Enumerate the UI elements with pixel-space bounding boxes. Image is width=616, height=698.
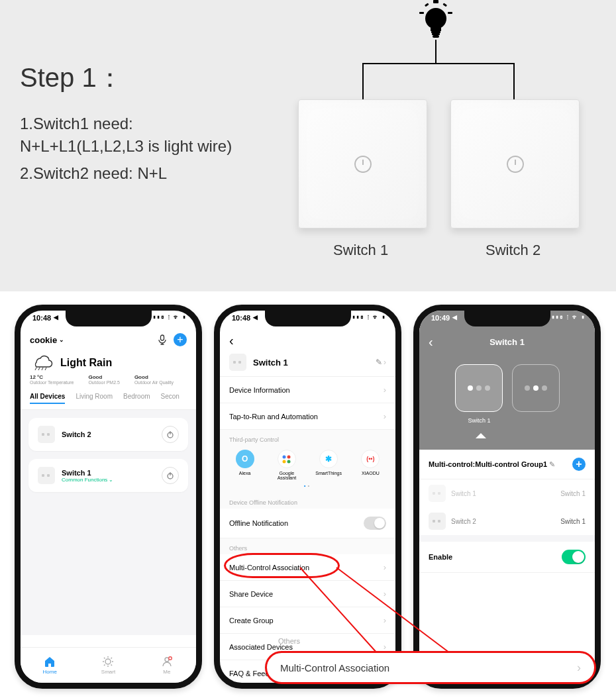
switch-icon bbox=[38, 426, 55, 443]
svg-line-25 bbox=[111, 665, 113, 666]
tpc-smartthings[interactable]: ✱SmartThings bbox=[312, 450, 345, 480]
nav-me[interactable]: Me bbox=[138, 648, 196, 683]
device-card-switch2[interactable]: Switch 2 bbox=[28, 418, 188, 451]
status-icons: ▮▮▯ ⁞ ᯤ ▮ bbox=[153, 314, 187, 321]
svg-point-33 bbox=[287, 460, 290, 464]
phone-multi-control: 10:49 ◀ ▮▮▯ ⁞ ᯤ ▮ ‹ Switch 1 Switch 1 Mu… bbox=[413, 305, 601, 689]
row-tap-to-run[interactable]: Tap-to-Run and Automation› bbox=[220, 403, 395, 430]
nav-smart[interactable]: Smart bbox=[79, 648, 137, 683]
power-icon bbox=[507, 156, 524, 173]
step-title: Step 1： bbox=[20, 60, 123, 96]
power-icon bbox=[354, 156, 372, 173]
svg-line-11 bbox=[35, 368, 36, 370]
svg-rect-2 bbox=[442, 3, 447, 7]
power-button[interactable] bbox=[162, 467, 179, 484]
svg-point-32 bbox=[282, 460, 285, 464]
tab-bedroom[interactable]: Bedroom bbox=[123, 393, 150, 404]
location-icon: ◀ bbox=[452, 314, 457, 321]
page-title: Switch 1 bbox=[489, 337, 525, 347]
chevron-right-icon: › bbox=[384, 615, 386, 625]
edit-button[interactable]: ✎› bbox=[376, 358, 386, 367]
svg-line-13 bbox=[42, 368, 43, 370]
svg-point-5 bbox=[425, 8, 446, 29]
tpc-alexa[interactable]: OAlexa bbox=[229, 450, 262, 480]
chevron-right-icon: › bbox=[384, 411, 386, 421]
callout-multi-control: Multi-Control Association › bbox=[265, 651, 596, 684]
tab-all-devices[interactable]: All Devices bbox=[30, 393, 65, 404]
third-party-header: Third-party Control bbox=[220, 430, 395, 446]
lightbulb-icon bbox=[419, 0, 452, 40]
switch-icon bbox=[429, 485, 446, 502]
tpc-google[interactable]: Google Assistant bbox=[270, 450, 303, 480]
gang-tile-2[interactable] bbox=[512, 364, 560, 412]
toggle-offline[interactable] bbox=[364, 517, 386, 530]
gang-tile-1[interactable] bbox=[455, 364, 503, 412]
instruction-line-2: N+L+L1(L1,L2,L3 is light wire) bbox=[20, 135, 232, 158]
offline-header: Device Offline Notification bbox=[220, 493, 395, 509]
tpc-xiaodu[interactable]: (••)XIAODU bbox=[354, 450, 387, 480]
toggle-enable[interactable] bbox=[562, 550, 586, 564]
bottom-nav: Home Smart Me bbox=[21, 647, 196, 683]
top-instruction-panel: Step 1： 1.Switch1 need: N+L+L1(L1,L2,L3 … bbox=[0, 0, 616, 291]
switch-icon bbox=[38, 467, 55, 484]
location-icon: ◀ bbox=[253, 314, 258, 321]
switch-panel-1 bbox=[298, 99, 427, 228]
row-enable: Enable bbox=[419, 542, 595, 573]
weather-title: Light Rain bbox=[60, 357, 112, 369]
row-offline-notification[interactable]: Offline Notification bbox=[220, 509, 395, 538]
others-header: Others bbox=[220, 538, 395, 554]
status-icons: ▮▮▯ ⁞ ᯤ ▮ bbox=[352, 314, 386, 321]
svg-rect-7 bbox=[431, 31, 440, 33]
back-button[interactable]: ‹ bbox=[229, 333, 242, 348]
status-time: 10:48 bbox=[232, 314, 250, 322]
nav-home[interactable]: Home bbox=[21, 648, 79, 683]
svg-point-31 bbox=[287, 456, 290, 459]
switch-icon bbox=[229, 354, 246, 371]
chevron-right-icon: › bbox=[577, 661, 581, 675]
svg-rect-8 bbox=[432, 33, 440, 35]
svg-line-14 bbox=[45, 368, 46, 370]
instruction-line-3: 2.Switch2 need: N+L bbox=[20, 162, 167, 185]
location-icon: ◀ bbox=[54, 314, 58, 321]
edit-icon[interactable]: ✎ bbox=[549, 460, 555, 468]
tab-second[interactable]: Secon bbox=[161, 393, 180, 404]
svg-rect-6 bbox=[431, 28, 441, 31]
add-group-button[interactable]: + bbox=[572, 458, 586, 471]
room-tabs: All Devices Living Room Bedroom Secon bbox=[21, 390, 196, 410]
chevron-right-icon: › bbox=[384, 589, 386, 599]
group-title: Multi-control:Multi-control Group1 ✎ bbox=[429, 460, 555, 469]
chevron-down-icon: ⌄ bbox=[109, 477, 113, 483]
status-time: 10:48 bbox=[32, 314, 51, 322]
svg-point-19 bbox=[105, 659, 111, 664]
back-button[interactable]: ‹ bbox=[429, 334, 442, 350]
group-device-row-2[interactable]: Switch 2Switch 1 bbox=[419, 507, 595, 535]
common-functions-link[interactable]: Common Functions⌄ bbox=[62, 477, 113, 483]
add-device-button[interactable]: + bbox=[174, 333, 187, 346]
switch-icon bbox=[429, 513, 446, 530]
svg-rect-10 bbox=[161, 335, 164, 340]
device-title: Switch 1 bbox=[253, 358, 369, 368]
status-icons: ▮▮▯ ⁞ ᯤ ▮ bbox=[552, 314, 586, 321]
svg-line-26 bbox=[104, 665, 105, 666]
voice-button[interactable] bbox=[158, 334, 167, 345]
home-selector[interactable]: cookie⌄ bbox=[30, 335, 64, 345]
svg-rect-4 bbox=[448, 12, 452, 14]
chevron-right-icon: › bbox=[384, 642, 386, 652]
row-create-group[interactable]: Create Group› bbox=[220, 607, 395, 634]
row-add-home-screen[interactable]: Add to Home Screen› bbox=[220, 687, 395, 689]
svg-line-24 bbox=[104, 658, 105, 659]
row-device-information[interactable]: Device Information› bbox=[220, 377, 395, 403]
power-button[interactable] bbox=[162, 426, 179, 443]
svg-point-30 bbox=[282, 456, 285, 459]
phone-device-settings: 10:48 ◀ ▮▮▯ ⁞ ᯤ ▮ ‹ Switch 1 ✎› Device I… bbox=[214, 305, 401, 689]
status-time: 10:49 bbox=[431, 314, 450, 322]
row-share-device[interactable]: Share Device› bbox=[220, 581, 395, 607]
group-device-row-1[interactable]: Switch 1Switch 1 bbox=[419, 479, 595, 507]
instruction-line-1: 1.Switch1 need: bbox=[20, 113, 133, 135]
chevron-right-icon: › bbox=[384, 385, 386, 395]
svg-rect-9 bbox=[433, 35, 439, 38]
tab-living-room[interactable]: Living Room bbox=[76, 393, 113, 404]
wiring-diagram bbox=[435, 40, 436, 63]
device-card-switch1[interactable]: Switch 1 Common Functions⌄ bbox=[28, 459, 188, 492]
chevron-down-icon: ⌄ bbox=[59, 336, 64, 343]
